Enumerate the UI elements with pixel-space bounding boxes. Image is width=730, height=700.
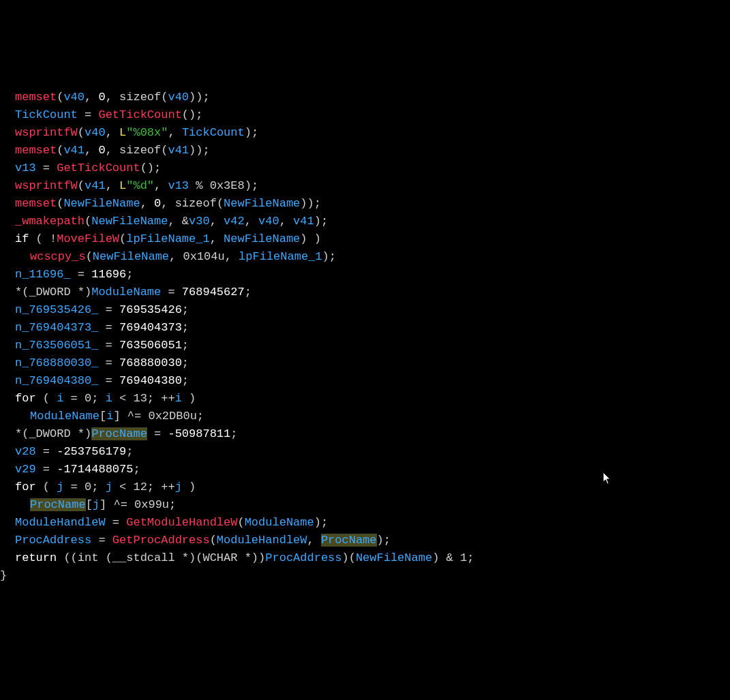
fn-memset: memset <box>15 144 57 157</box>
num: 769535426 <box>119 303 182 316</box>
kw-return: return <box>15 551 57 564</box>
p: < 13; ++ <box>112 392 175 405</box>
p: ( <box>86 250 93 263</box>
var-v41: v41 <box>63 144 85 157</box>
fn-wcscpy_s: wcscpy_s <box>30 250 86 263</box>
p: ; <box>182 339 189 352</box>
p: , <box>161 197 174 210</box>
num: 763506051 <box>119 339 182 352</box>
p: ( <box>217 197 224 210</box>
p: = <box>98 321 119 334</box>
num: 769404380 <box>119 374 182 387</box>
num: -50987811 <box>168 427 230 440</box>
p: ) <box>182 392 196 405</box>
p: % 0x3E8 <box>189 179 245 192</box>
var-v41: v41 <box>85 179 106 192</box>
str: "%d" <box>126 179 154 192</box>
p: = <box>91 534 112 547</box>
var-NewFileName: NewFileName <box>91 215 168 228</box>
num: 768880030 <box>119 356 182 369</box>
p: ; <box>245 286 252 299</box>
p: ( <box>78 179 85 192</box>
p: ( <box>237 516 244 529</box>
fn-memset: memset <box>15 197 57 210</box>
p: = <box>98 339 119 352</box>
p: , <box>210 232 224 245</box>
p: ; <box>126 445 133 458</box>
var-v30: v30 <box>189 215 210 228</box>
p: ( <box>29 232 50 245</box>
p: = <box>36 162 57 174</box>
p: ); <box>245 179 258 192</box>
p: = <box>98 303 119 316</box>
p: )); <box>300 197 321 210</box>
var-n763506051: n_763506051_ <box>15 339 98 352</box>
p: ^= 0x99u; <box>106 498 176 511</box>
var-n769535426: n_769535426_ <box>15 303 98 316</box>
var-n769404380: n_769404380_ <box>15 374 98 387</box>
p: = 0; <box>63 481 105 493</box>
p: ( <box>57 197 63 210</box>
fn-GetTickCount: GetTickCount <box>98 108 181 121</box>
cast: *(_DWORD *) <box>15 286 91 299</box>
var-ProcName: ProcName <box>91 427 147 440</box>
var-ProcAddress: ProcAddress <box>15 534 91 547</box>
fn-memset: memset <box>15 91 57 104</box>
num: 768945627 <box>182 286 245 299</box>
p: ( <box>161 144 168 157</box>
fn-wsprintfW: wsprintfW <box>15 126 78 139</box>
p: ); <box>314 215 328 228</box>
p: & <box>182 215 189 228</box>
fn-GetTickCount: GetTickCount <box>57 162 140 174</box>
fn-MoveFileW: MoveFileW <box>57 232 119 245</box>
kw-sizeof: sizeof <box>175 197 217 210</box>
p: = <box>71 268 92 281</box>
num: 0 <box>154 197 161 210</box>
var-v42: v42 <box>224 215 245 228</box>
p: ; <box>182 356 189 369</box>
p: & 1; <box>439 551 474 564</box>
p: ( <box>161 91 168 104</box>
var-ProcName: ProcName <box>321 534 377 547</box>
var-i: i <box>106 392 112 405</box>
fn-wmakepath: _wmakepath <box>15 215 85 228</box>
p: , <box>168 126 181 139</box>
decompiled-code-view: memset(v40, 0, sizeof(v40)); TickCount =… <box>0 71 730 585</box>
p: = <box>98 356 119 369</box>
p: ); <box>245 126 258 139</box>
p: , <box>106 179 119 192</box>
p: )); <box>189 91 210 104</box>
var-NewFileName: NewFileName <box>63 197 140 210</box>
p: ( <box>78 126 85 139</box>
var-ProcName: ProcName <box>30 498 86 511</box>
p: , <box>140 197 154 210</box>
str: "%08x" <box>126 126 168 139</box>
var-j: j <box>57 481 63 493</box>
p: , <box>85 91 98 104</box>
str-prefix: L <box>119 126 126 139</box>
p: ; <box>126 268 133 281</box>
fn-wsprintfW: wsprintfW <box>15 179 78 192</box>
var-TickCount: TickCount <box>182 126 245 139</box>
p: ] <box>100 498 106 511</box>
p: , <box>279 215 293 228</box>
p: , <box>106 144 119 157</box>
p: ); <box>322 250 336 263</box>
var-NewFileName: NewFileName <box>356 551 432 564</box>
p: ( <box>57 144 63 157</box>
p: ; <box>133 463 140 476</box>
var-v40: v40 <box>63 91 85 104</box>
p: = 0; <box>63 392 105 405</box>
var-ModuleHandleW: ModuleHandleW <box>217 534 307 547</box>
var-ModuleName: ModuleName <box>30 410 100 423</box>
var-n768880030: n_768880030_ <box>15 356 98 369</box>
var-v28: v28 <box>15 445 36 458</box>
var-v13: v13 <box>168 179 189 192</box>
var-v41: v41 <box>293 215 314 228</box>
var-v13: v13 <box>15 162 36 174</box>
var-j: j <box>175 481 182 493</box>
var-TickCount: TickCount <box>15 108 78 121</box>
p: , <box>210 215 224 228</box>
var-i: i <box>57 392 63 405</box>
p: [ <box>86 498 93 511</box>
